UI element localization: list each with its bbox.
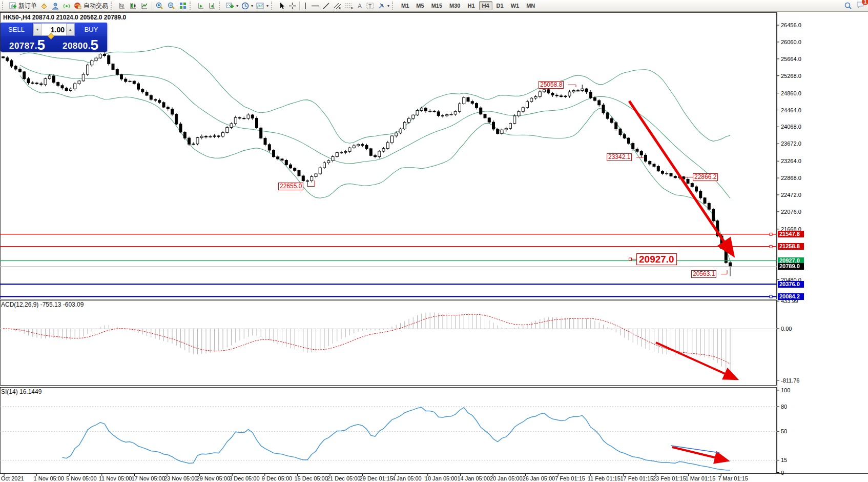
volume-value[interactable]: 1.00 (42, 24, 66, 35)
text-label-button[interactable]: T (365, 1, 376, 11)
volume-increase-button[interactable]: ▲ (66, 24, 74, 35)
x-axis-label: 1 Mar 01:15 (686, 475, 716, 481)
shapes-button[interactable]: ▾ (376, 1, 391, 11)
macd-pane[interactable] (1, 300, 777, 386)
annotation-22655.0[interactable]: 22655.0 (278, 183, 303, 190)
annotation-25058.8[interactable]: 25058.8 (539, 81, 564, 89)
rsi-pane[interactable] (1, 388, 777, 473)
toolbar-grip[interactable] (111, 2, 115, 10)
text-button[interactable]: A (355, 1, 365, 11)
new-chart-icon (226, 2, 234, 10)
new-chart-button[interactable]: ▾ (224, 1, 240, 11)
bar-chart-button[interactable] (116, 1, 128, 11)
shapes-arrows-icon (378, 2, 385, 10)
hline-handle[interactable] (770, 245, 772, 248)
svg-text:0.00: 0.00 (781, 326, 792, 332)
sell-button[interactable]: SELL (1, 23, 32, 36)
new-order-button[interactable]: 新订单 (8, 1, 38, 11)
price-tag-21258.8: 21258.8 (778, 243, 804, 250)
text-label-icon: T (366, 2, 375, 10)
autotrade-icon (74, 2, 82, 10)
hline-handle[interactable] (770, 295, 772, 298)
timeframe-bar: M1M5M15M30H1H4D1W1MN (398, 1, 539, 10)
chart-shift-button[interactable] (206, 1, 218, 11)
zoom-in-button[interactable] (154, 1, 166, 11)
hline-handle[interactable] (770, 233, 772, 235)
annotation-23342.1[interactable]: 23342.1 (607, 153, 632, 161)
buy-button[interactable]: BUY (75, 23, 107, 36)
one-click-trading-panel: SELL ▼ 1.00 ▲ BUY 20787.5 20800.5 (1, 23, 107, 52)
auto-scroll-button[interactable] (195, 1, 206, 11)
timeframe-h1[interactable]: H1 (464, 1, 478, 10)
timeframe-m30[interactable]: M30 (446, 1, 463, 10)
trendline-button[interactable] (321, 1, 332, 11)
new-order-icon (9, 2, 17, 10)
clock-icon (241, 2, 249, 10)
toolbar-grip[interactable] (271, 2, 275, 10)
timeframe-m1[interactable]: M1 (398, 1, 412, 10)
vertical-line-icon (303, 2, 308, 10)
equidistant-channel-button[interactable]: E (332, 1, 343, 11)
svg-text:E: E (339, 7, 341, 10)
dropdown-caret: ▾ (266, 4, 268, 8)
x-axis-label: 21 Dec 05:00 (327, 475, 360, 481)
horizontal-line-button[interactable] (309, 1, 321, 11)
svg-text:23672.0: 23672.0 (781, 140, 801, 147)
notification-badge: 1 (862, 0, 868, 5)
tile-windows-button[interactable] (177, 1, 189, 11)
x-axis-label: 26 Jan 05:00 (523, 475, 555, 481)
annotation-22866.2[interactable]: 22866.2 (693, 173, 718, 181)
line-chart-icon (140, 2, 149, 10)
svg-text:100: 100 (781, 387, 790, 393)
search-icon[interactable] (844, 2, 852, 10)
volume-stepper: ▼ 1.00 ▲ (33, 23, 75, 36)
svg-text:24860.0: 24860.0 (781, 90, 801, 96)
period-button[interactable]: ▾ (240, 1, 255, 11)
toolbar-grip[interactable] (2, 2, 6, 10)
svg-text:22076.0: 22076.0 (781, 209, 801, 215)
fibonacci-button[interactable]: F (343, 1, 355, 11)
timeframe-mn[interactable]: MN (523, 1, 538, 10)
signals-icon (63, 2, 71, 10)
timeframe-d1[interactable]: D1 (493, 1, 507, 10)
svg-text:26060.0: 26060.0 (781, 39, 801, 45)
x-axis-label: 5 Nov 05:00 (66, 475, 96, 481)
buy-price[interactable]: 20800.5 (54, 36, 107, 52)
line-chart-button[interactable] (139, 1, 150, 11)
tick-chart-button[interactable] (38, 1, 50, 11)
notifications-button[interactable]: 1 (856, 1, 865, 11)
svg-text:23264.0: 23264.0 (781, 158, 801, 164)
signals-button[interactable] (61, 1, 72, 11)
toolbar: 新订单 自动交易 ▾ ▾ (0, 0, 868, 12)
price-display: 20787.5 20800.5 (1, 36, 107, 52)
autotrade-button[interactable]: 自动交易 (72, 1, 110, 11)
timeframe-m15[interactable]: M15 (428, 1, 445, 10)
toolbar-grip[interactable] (190, 2, 194, 10)
price-tag-20084.2: 20084.2 (778, 293, 804, 300)
candlestick-chart-button[interactable] (128, 1, 139, 11)
vertical-line-button[interactable] (301, 1, 309, 11)
template-button[interactable]: ▾ (255, 1, 270, 11)
timeframe-m5[interactable]: M5 (413, 1, 427, 10)
zoom-out-button[interactable] (166, 1, 177, 11)
mt4-window: { "toolbar": { "new_order_label": "新订单",… (0, 0, 868, 482)
chart-canvas[interactable]: 26456.026060.025664.025268.024860.024464… (0, 0, 868, 482)
new-order-label: 新订单 (18, 2, 37, 10)
svg-text:22472.0: 22472.0 (781, 192, 801, 198)
toolbar-grip[interactable] (219, 2, 223, 10)
timeframe-w1[interactable]: W1 (508, 1, 523, 10)
x-axis-label: 9 Dec 05:00 (262, 475, 292, 481)
market-watch-button[interactable] (50, 1, 61, 11)
annotation-20927.0[interactable]: 20927.0 (636, 253, 677, 265)
sell-price[interactable]: 20787.5 (1, 36, 54, 52)
svg-text:F: F (351, 7, 353, 10)
crosshair-button[interactable] (287, 1, 298, 11)
svg-text:T: T (368, 3, 371, 9)
toolbar-grip[interactable] (392, 2, 396, 10)
cursor-button[interactable] (277, 1, 287, 11)
annotation-20563.1[interactable]: 20563.1 (691, 270, 716, 278)
crosshair-icon (288, 2, 296, 10)
volume-decrease-button[interactable]: ▼ (33, 24, 42, 35)
timeframe-h4[interactable]: H4 (479, 1, 492, 10)
tick-chart-icon (40, 2, 48, 10)
